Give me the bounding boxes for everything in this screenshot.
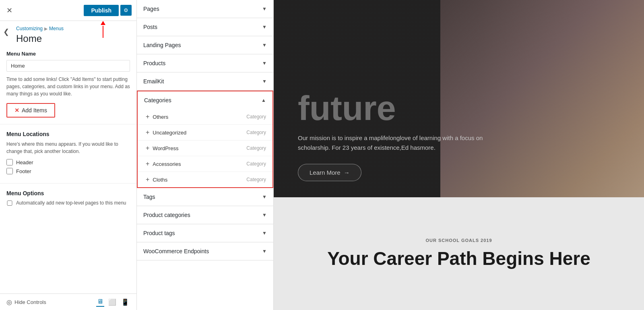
learn-more-label: Learn More	[310, 169, 341, 176]
others-plus-icon[interactable]: +	[146, 113, 149, 120]
add-items-x-icon: ✕	[14, 107, 19, 114]
accordion-landing-pages-label: Landing Pages	[143, 42, 181, 48]
header-label: Header	[16, 159, 33, 165]
circle-icon: ◎	[6, 298, 12, 306]
middle-panel: Pages ▼ Posts ▼ Landing Pages ▼ Products…	[137, 0, 274, 310]
left-panel: ✕ Publish ⚙ ❮ Customizing ▶ Menus Home M…	[0, 0, 137, 310]
top-bar-actions: Publish ⚙	[84, 5, 132, 16]
list-item: + Cloths Category	[138, 172, 272, 187]
emailkit-chevron-icon: ▼	[262, 79, 267, 84]
auto-add-checkbox[interactable]	[6, 200, 13, 206]
add-items-label: Add Items	[22, 107, 47, 114]
breadcrumb: Customizing ▶ Menus	[16, 26, 130, 31]
accordion-tags-label: Tags	[143, 194, 155, 200]
categories-chevron-icon: ▲	[261, 97, 266, 103]
accordion-landing-pages-header[interactable]: Landing Pages ▼	[137, 36, 273, 54]
categories-body: + Others Category + Uncategorized Catego…	[138, 109, 272, 187]
desktop-button[interactable]: 🖥	[96, 297, 104, 307]
learn-more-arrow-icon: →	[344, 169, 350, 176]
accordion-product-categories-label: Product categories	[143, 212, 190, 218]
right-panel: future Our mission is to inspire a mapli…	[274, 0, 644, 310]
accordion-woocommerce-header[interactable]: WooCommerce Endpoints ▼	[137, 242, 273, 260]
accordion-pages: Pages ▼	[137, 0, 273, 18]
others-type: Category	[246, 114, 266, 120]
list-item: + Uncategorized Category	[138, 125, 272, 141]
settings-button[interactable]: ⚙	[120, 5, 132, 16]
hero-description: Our mission is to inspire a maplifelongl…	[298, 133, 507, 153]
accordion-product-tags: Product tags ▼	[137, 224, 273, 242]
accordion-posts-header[interactable]: Posts ▼	[137, 18, 273, 36]
auto-add-row[interactable]: Automatically add new top-level pages to…	[6, 200, 130, 207]
bottom-bar: ◎ Hide Controls 🖥 ⬜ 📱	[0, 293, 136, 310]
hide-controls-label: Hide Controls	[14, 299, 46, 305]
header-location-row[interactable]: Header	[6, 159, 130, 165]
accordion-products-header[interactable]: Products ▼	[137, 54, 273, 72]
accordion-woocommerce-label: WooCommerce Endpoints	[143, 248, 209, 254]
hero-title: future	[298, 91, 620, 125]
accordion-pages-label: Pages	[143, 6, 159, 12]
breadcrumb-customizing[interactable]: Customizing	[16, 26, 43, 31]
footer-location-row[interactable]: Footer	[6, 168, 130, 174]
woocommerce-chevron-icon: ▼	[262, 248, 267, 254]
helper-text: Time to add some links! Click "Add Items…	[6, 76, 130, 97]
footer-checkbox[interactable]	[6, 168, 13, 174]
list-item: + WordPress Category	[138, 141, 272, 156]
accordion-emailkit-label: EmailKit	[143, 78, 164, 85]
pages-chevron-icon: ▼	[262, 6, 267, 12]
close-button[interactable]: ✕	[5, 4, 14, 17]
mobile-button[interactable]: 📱	[120, 297, 130, 307]
accordion-product-tags-label: Product tags	[143, 230, 175, 236]
tablet-button[interactable]: ⬜	[107, 297, 117, 307]
school-goals-label: OUR SCHOOL GOALS 2019	[425, 238, 492, 243]
accordion-woocommerce: WooCommerce Endpoints ▼	[137, 242, 273, 260]
accordion-posts: Posts ▼	[137, 18, 273, 36]
landing-chevron-icon: ▼	[262, 42, 267, 48]
accordion-emailkit-header[interactable]: EmailKit ▼	[137, 72, 273, 90]
products-chevron-icon: ▼	[262, 60, 267, 66]
career-title: Your Career Path Begins Here	[327, 248, 590, 269]
accordion-product-tags-header[interactable]: Product tags ▼	[137, 224, 273, 242]
accordion-products-label: Products	[143, 60, 165, 66]
page-title: Home	[16, 33, 130, 44]
accordion-product-categories-header[interactable]: Product categories ▼	[137, 206, 273, 224]
accordion-product-categories: Product categories ▼	[137, 206, 273, 224]
learn-more-button[interactable]: Learn More →	[298, 164, 361, 181]
menu-options-title: Menu Options	[6, 190, 130, 196]
menu-name-label: Menu Name	[6, 51, 130, 57]
publish-button[interactable]: Publish	[84, 5, 119, 16]
tags-chevron-icon: ▼	[262, 194, 267, 200]
posts-chevron-icon: ▼	[262, 24, 267, 30]
wordpress-plus-icon[interactable]: +	[146, 145, 149, 152]
back-button[interactable]: ❮	[3, 27, 9, 36]
top-bar: ✕ Publish ⚙	[0, 0, 136, 21]
accordion-tags-header[interactable]: Tags ▼	[137, 188, 273, 206]
menu-name-input[interactable]	[6, 60, 130, 72]
hide-controls[interactable]: ◎ Hide Controls	[6, 298, 46, 306]
lower-section: OUR SCHOOL GOALS 2019 Your Career Path B…	[274, 197, 644, 310]
wordpress-type: Category	[246, 145, 266, 151]
product-tags-chevron-icon: ▼	[262, 230, 267, 236]
publish-arrow	[101, 21, 105, 38]
breadcrumb-separator: ▶	[44, 26, 47, 31]
breadcrumb-menus[interactable]: Menus	[49, 26, 64, 31]
accordion-landing-pages: Landing Pages ▼	[137, 36, 273, 54]
breadcrumb-section: ❮ Customizing ▶ Menus Home	[0, 21, 136, 44]
locations-section: Menu Locations Here's where this menu ap…	[0, 124, 136, 184]
uncategorized-plus-icon[interactable]: +	[146, 129, 149, 136]
categories-header[interactable]: Categories ▲	[138, 91, 272, 109]
accordion-emailkit: EmailKit ▼	[137, 72, 273, 91]
options-section: Menu Options Automatically add new top-l…	[0, 184, 136, 213]
list-item: + Accessories Category	[138, 156, 272, 172]
header-checkbox[interactable]	[6, 159, 13, 165]
list-item: + Others Category	[138, 109, 272, 125]
auto-add-label: Automatically add new top-level pages to…	[16, 200, 126, 207]
accessories-type: Category	[246, 161, 266, 167]
device-icons: 🖥 ⬜ 📱	[96, 297, 130, 307]
accordion-pages-header[interactable]: Pages ▼	[137, 0, 273, 18]
add-items-button[interactable]: ✕ Add Items	[6, 103, 55, 118]
product-categories-chevron-icon: ▼	[262, 212, 267, 218]
footer-label: Footer	[16, 168, 31, 174]
accessories-plus-icon[interactable]: +	[146, 160, 149, 167]
cloths-plus-icon[interactable]: +	[146, 176, 149, 183]
arrow-head	[101, 21, 105, 25]
